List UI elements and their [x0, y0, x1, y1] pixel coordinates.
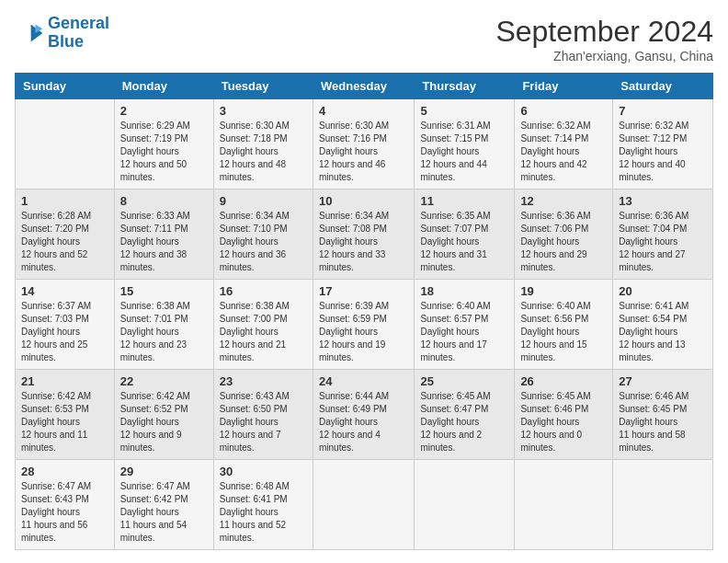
day-number: 28	[21, 465, 108, 478]
calendar-day-23: 23 Sunrise: 6:43 AM Sunset: 6:50 PM Dayl…	[213, 370, 313, 460]
day-number: 8	[120, 194, 208, 208]
day-info: Sunrise: 6:43 AM Sunset: 6:50 PM Dayligh…	[220, 390, 307, 454]
calendar-day-29: 29 Sunrise: 6:47 AM Sunset: 6:42 PM Dayl…	[114, 460, 213, 550]
calendar-day-26: 26 Sunrise: 6:45 AM Sunset: 6:46 PM Dayl…	[515, 370, 613, 460]
day-info: Sunrise: 6:34 AM Sunset: 7:10 PM Dayligh…	[220, 210, 307, 274]
day-number: 30	[220, 465, 307, 478]
day-header-wednesday: Wednesday	[313, 74, 414, 99]
day-number: 21	[21, 374, 108, 388]
empty-cell	[613, 460, 713, 550]
day-number: 9	[220, 194, 307, 208]
calendar-day-3: 3 Sunrise: 6:30 AM Sunset: 7:18 PM Dayli…	[213, 99, 313, 190]
day-info: Sunrise: 6:38 AM Sunset: 7:01 PM Dayligh…	[120, 300, 208, 364]
calendar-header-row: SundayMondayTuesdayWednesdayThursdayFrid…	[16, 74, 713, 99]
day-info: Sunrise: 6:39 AM Sunset: 6:59 PM Dayligh…	[319, 300, 408, 364]
day-number: 29	[120, 465, 208, 478]
calendar-day-27: 27 Sunrise: 6:46 AM Sunset: 6:45 PM Dayl…	[613, 370, 713, 460]
calendar-day-10: 10 Sunrise: 6:34 AM Sunset: 7:08 PM Dayl…	[313, 190, 414, 280]
day-number: 12	[520, 194, 607, 208]
day-info: Sunrise: 6:45 AM Sunset: 6:46 PM Dayligh…	[520, 390, 607, 454]
title-section: September 2024 Zhan'erxiang, Gansu, Chin…	[495, 15, 713, 63]
calendar-day-25: 25 Sunrise: 6:45 AM Sunset: 6:47 PM Dayl…	[415, 370, 515, 460]
empty-cell	[415, 460, 515, 550]
day-info: Sunrise: 6:40 AM Sunset: 6:57 PM Dayligh…	[420, 300, 508, 364]
day-number: 19	[520, 284, 607, 298]
location-subtitle: Zhan'erxiang, Gansu, China	[495, 49, 713, 63]
logo: General Blue	[15, 15, 109, 52]
day-number: 25	[420, 374, 508, 388]
logo-text: General Blue	[48, 15, 109, 52]
day-info: Sunrise: 6:36 AM Sunset: 7:04 PM Dayligh…	[619, 210, 707, 274]
day-info: Sunrise: 6:31 AM Sunset: 7:15 PM Dayligh…	[420, 120, 508, 184]
calendar-day-14: 14 Sunrise: 6:37 AM Sunset: 7:03 PM Dayl…	[16, 280, 115, 370]
day-number: 7	[619, 104, 707, 118]
day-number: 27	[619, 374, 707, 388]
day-number: 16	[220, 284, 307, 298]
day-info: Sunrise: 6:37 AM Sunset: 7:03 PM Dayligh…	[21, 300, 108, 364]
day-info: Sunrise: 6:42 AM Sunset: 6:53 PM Dayligh…	[21, 390, 108, 454]
calendar-day-24: 24 Sunrise: 6:44 AM Sunset: 6:49 PM Dayl…	[313, 370, 414, 460]
day-number: 2	[120, 104, 208, 118]
day-header-thursday: Thursday	[415, 74, 515, 99]
calendar-day-2: 2 Sunrise: 6:29 AM Sunset: 7:19 PM Dayli…	[114, 99, 213, 190]
calendar-day-15: 15 Sunrise: 6:38 AM Sunset: 7:01 PM Dayl…	[114, 280, 213, 370]
day-number: 5	[420, 104, 508, 118]
day-info: Sunrise: 6:48 AM Sunset: 6:41 PM Dayligh…	[220, 480, 307, 545]
day-number: 17	[319, 284, 408, 298]
day-info: Sunrise: 6:30 AM Sunset: 7:18 PM Dayligh…	[220, 120, 307, 184]
day-header-sunday: Sunday	[16, 74, 115, 99]
day-number: 24	[319, 374, 408, 388]
day-info: Sunrise: 6:47 AM Sunset: 6:43 PM Dayligh…	[21, 480, 108, 545]
day-info: Sunrise: 6:42 AM Sunset: 6:52 PM Dayligh…	[120, 390, 208, 454]
day-info: Sunrise: 6:32 AM Sunset: 7:12 PM Dayligh…	[619, 120, 707, 184]
day-info: Sunrise: 6:47 AM Sunset: 6:42 PM Dayligh…	[120, 480, 208, 545]
day-number: 4	[319, 104, 408, 118]
calendar-week-5: 28 Sunrise: 6:47 AM Sunset: 6:43 PM Dayl…	[16, 460, 713, 550]
calendar-day-13: 13 Sunrise: 6:36 AM Sunset: 7:04 PM Dayl…	[613, 190, 713, 280]
day-header-tuesday: Tuesday	[213, 74, 313, 99]
day-header-monday: Monday	[114, 74, 213, 99]
calendar-day-6: 6 Sunrise: 6:32 AM Sunset: 7:14 PM Dayli…	[515, 99, 613, 190]
day-number: 6	[520, 104, 607, 118]
day-info: Sunrise: 6:35 AM Sunset: 7:07 PM Dayligh…	[420, 210, 508, 274]
calendar-day-9: 9 Sunrise: 6:34 AM Sunset: 7:10 PM Dayli…	[213, 190, 313, 280]
day-header-saturday: Saturday	[613, 74, 713, 99]
calendar-day-19: 19 Sunrise: 6:40 AM Sunset: 6:56 PM Dayl…	[515, 280, 613, 370]
day-info: Sunrise: 6:28 AM Sunset: 7:20 PM Dayligh…	[21, 210, 108, 274]
day-info: Sunrise: 6:36 AM Sunset: 7:06 PM Dayligh…	[520, 210, 607, 274]
calendar-day-30: 30 Sunrise: 6:48 AM Sunset: 6:41 PM Dayl…	[213, 460, 313, 550]
calendar-day-8: 8 Sunrise: 6:33 AM Sunset: 7:11 PM Dayli…	[114, 190, 213, 280]
calendar-day-20: 20 Sunrise: 6:41 AM Sunset: 6:54 PM Dayl…	[613, 280, 713, 370]
day-info: Sunrise: 6:41 AM Sunset: 6:54 PM Dayligh…	[619, 300, 707, 364]
calendar-day-21: 21 Sunrise: 6:42 AM Sunset: 6:53 PM Dayl…	[16, 370, 115, 460]
calendar-week-4: 21 Sunrise: 6:42 AM Sunset: 6:53 PM Dayl…	[16, 370, 713, 460]
day-info: Sunrise: 6:44 AM Sunset: 6:49 PM Dayligh…	[319, 390, 408, 454]
day-number: 23	[220, 374, 307, 388]
day-number: 13	[619, 194, 707, 208]
empty-cell	[313, 460, 414, 550]
calendar-day-7: 7 Sunrise: 6:32 AM Sunset: 7:12 PM Dayli…	[613, 99, 713, 190]
month-title: September 2024	[495, 15, 713, 49]
day-number: 15	[120, 284, 208, 298]
day-number: 26	[520, 374, 607, 388]
page-header: General Blue September 2024 Zhan'erxiang…	[15, 15, 713, 63]
day-info: Sunrise: 6:33 AM Sunset: 7:11 PM Dayligh…	[120, 210, 208, 274]
empty-cell	[16, 99, 115, 190]
day-header-friday: Friday	[515, 74, 613, 99]
calendar-day-28: 28 Sunrise: 6:47 AM Sunset: 6:43 PM Dayl…	[16, 460, 115, 550]
day-number: 14	[21, 284, 108, 298]
day-info: Sunrise: 6:38 AM Sunset: 7:00 PM Dayligh…	[220, 300, 307, 364]
calendar-day-16: 16 Sunrise: 6:38 AM Sunset: 7:00 PM Dayl…	[213, 280, 313, 370]
calendar-day-22: 22 Sunrise: 6:42 AM Sunset: 6:52 PM Dayl…	[114, 370, 213, 460]
calendar-day-12: 12 Sunrise: 6:36 AM Sunset: 7:06 PM Dayl…	[515, 190, 613, 280]
calendar-week-1: 2 Sunrise: 6:29 AM Sunset: 7:19 PM Dayli…	[16, 99, 713, 190]
day-number: 10	[319, 194, 408, 208]
day-info: Sunrise: 6:46 AM Sunset: 6:45 PM Dayligh…	[619, 390, 707, 454]
day-number: 1	[21, 194, 108, 208]
day-info: Sunrise: 6:30 AM Sunset: 7:16 PM Dayligh…	[319, 120, 408, 184]
day-number: 22	[120, 374, 208, 388]
calendar-day-1: 1 Sunrise: 6:28 AM Sunset: 7:20 PM Dayli…	[16, 190, 115, 280]
calendar-day-18: 18 Sunrise: 6:40 AM Sunset: 6:57 PM Dayl…	[415, 280, 515, 370]
calendar-week-3: 14 Sunrise: 6:37 AM Sunset: 7:03 PM Dayl…	[16, 280, 713, 370]
calendar-day-5: 5 Sunrise: 6:31 AM Sunset: 7:15 PM Dayli…	[415, 99, 515, 190]
